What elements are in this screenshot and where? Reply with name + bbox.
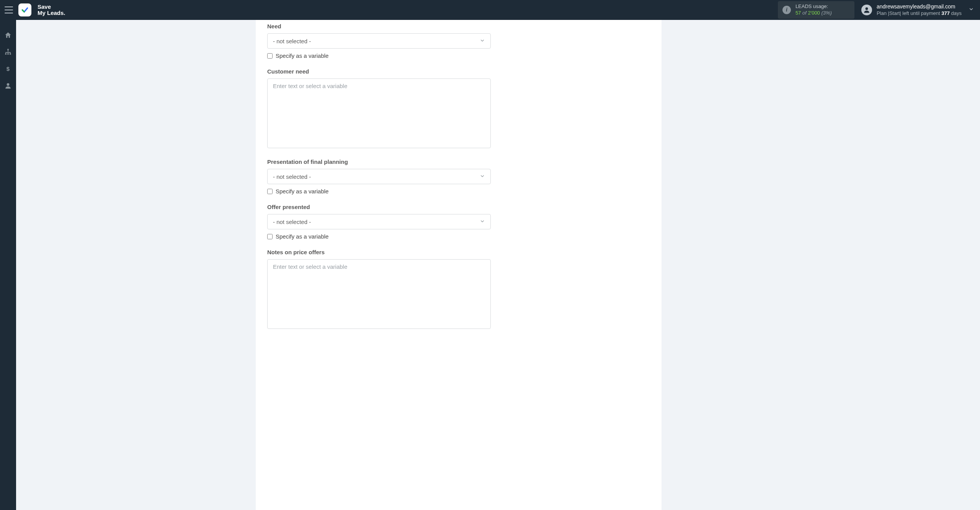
plan-days: 377 xyxy=(941,10,950,16)
usage-total: 2'000 xyxy=(808,10,820,16)
usage-used: 57 xyxy=(795,10,801,16)
usage-percent: (3%) xyxy=(821,10,831,16)
chevron-down-icon[interactable] xyxy=(969,7,974,13)
user-avatar-icon xyxy=(861,5,872,15)
checkmark-icon xyxy=(21,6,29,14)
usage-values: 57 of 2'000 (3%) xyxy=(795,10,832,16)
top-bar-left: Save My Leads. xyxy=(0,3,65,16)
plan-days-suffix: days xyxy=(950,10,962,16)
leads-usage-box[interactable]: i LEADS usage: 57 of 2'000 (3%) xyxy=(778,1,854,19)
brand-line2: My Leads. xyxy=(38,10,65,16)
user-text: andrewsavemyleads@gmail.com Plan |Start|… xyxy=(877,3,962,16)
usage-of: of xyxy=(802,10,808,16)
menu-hamburger-icon[interactable] xyxy=(5,7,13,13)
user-account-block[interactable]: andrewsavemyleads@gmail.com Plan |Start|… xyxy=(861,3,974,16)
brand-logo[interactable] xyxy=(18,3,31,16)
top-bar-right: i LEADS usage: 57 of 2'000 (3%) andrewsa… xyxy=(778,1,980,19)
plan-prefix: Plan |Start| left until payment xyxy=(877,10,941,16)
leads-usage-text: LEADS usage: 57 of 2'000 (3%) xyxy=(795,3,832,16)
usage-label: LEADS usage: xyxy=(795,3,832,10)
user-plan: Plan |Start| left until payment 377 days xyxy=(877,10,962,17)
brand-line1: Save xyxy=(38,4,65,10)
brand-name: Save My Leads. xyxy=(38,4,65,16)
top-bar: Save My Leads. i LEADS usage: 57 of 2'00… xyxy=(0,0,980,20)
user-email: andrewsavemyleads@gmail.com xyxy=(877,3,962,10)
svg-point-0 xyxy=(866,7,868,10)
info-icon: i xyxy=(782,6,791,14)
